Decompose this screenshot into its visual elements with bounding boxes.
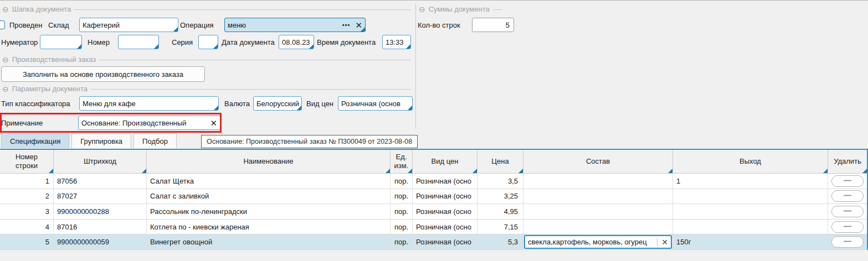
- minus-icon: —: [844, 176, 851, 185]
- group-params-title: Параметры документа: [12, 85, 88, 93]
- cell-price: 4,95: [477, 204, 523, 219]
- dropdown-corner-icon: [406, 44, 410, 49]
- classifier-type-input[interactable]: Меню для кафе: [79, 96, 219, 111]
- warehouse-label: Склад: [48, 21, 69, 30]
- numerator-label: Нумератор: [1, 38, 38, 47]
- delete-row-button[interactable]: —: [831, 221, 864, 233]
- column-header-price-type[interactable]: Вид цен: [413, 150, 477, 173]
- cell-unit: пор.: [391, 220, 413, 234]
- cell-unit: пор.: [391, 189, 413, 204]
- cell-unit: пор.: [391, 234, 413, 249]
- doc-time-label: Время документа: [317, 38, 376, 47]
- line-count-input[interactable]: 5: [472, 18, 514, 32]
- table-row[interactable]: 3 9900000000288 Рассольник по-ленинградс…: [0, 204, 867, 220]
- header-corner-icon: [408, 169, 412, 173]
- note-input[interactable]: Основание: Производственный ✕: [78, 116, 220, 130]
- delete-row-button[interactable]: —: [831, 175, 864, 187]
- cell-output[interactable]: 150г: [673, 234, 828, 249]
- document-form: ⊖ Шапка документа Проведен Склад Кафетер…: [0, 0, 868, 261]
- cell-delete: —: [828, 220, 867, 234]
- cell-composition[interactable]: [523, 189, 673, 204]
- currency-input[interactable]: Белорусский: [253, 96, 302, 111]
- column-header-output[interactable]: Выход: [673, 150, 828, 173]
- header-corner-icon: [518, 169, 523, 173]
- cell-output[interactable]: [673, 220, 828, 234]
- cell-delete: —: [828, 234, 867, 249]
- group-production-title: Производственный заказ: [12, 55, 96, 64]
- warehouse-input[interactable]: Кафетерий: [79, 18, 178, 32]
- panel-divider: [415, 3, 416, 129]
- line-count-value: 5: [506, 21, 510, 29]
- legend-divider: [99, 60, 411, 60]
- collapse-icon[interactable]: ⊖: [2, 6, 9, 13]
- tab-specification[interactable]: Спецификация: [1, 133, 69, 148]
- header-corner-icon: [386, 169, 390, 173]
- tab-grouping[interactable]: Группировка: [71, 133, 131, 148]
- column-header-unit[interactable]: Ед. изм.: [391, 150, 413, 173]
- cell-row-number: 5: [0, 234, 54, 249]
- cell-price: 3,25: [477, 189, 523, 204]
- column-header-row-number[interactable]: Номер строки: [0, 150, 54, 173]
- header-corner-icon: [142, 169, 146, 173]
- column-header-composition[interactable]: Состав: [523, 150, 673, 173]
- cell-output[interactable]: [673, 189, 828, 204]
- composition-input[interactable]: свекла,картофель, морковь, огурец ✕: [524, 235, 672, 249]
- doc-date-input[interactable]: 08.08.23: [279, 35, 314, 49]
- collapse-icon[interactable]: ⊖: [2, 56, 9, 64]
- price-kind-input[interactable]: Розничная (основ: [338, 96, 413, 111]
- cell-composition[interactable]: [523, 204, 673, 219]
- number-input[interactable]: [118, 35, 159, 49]
- legend-divider: [91, 89, 411, 90]
- cell-output[interactable]: 1: [673, 174, 828, 189]
- clear-icon[interactable]: ✕: [210, 119, 217, 127]
- fill-from-production-order-button[interactable]: Заполнить на основе производственного за…: [1, 66, 205, 82]
- cell-barcode: 87056: [54, 174, 147, 189]
- tab-label: Спецификация: [10, 137, 60, 145]
- group-header-legend: ⊖ Шапка документа: [2, 5, 411, 13]
- delete-row-button[interactable]: —: [831, 236, 864, 248]
- series-input[interactable]: [198, 35, 218, 49]
- minus-icon: —: [844, 191, 851, 200]
- cell-unit: пор.: [391, 174, 413, 189]
- classifier-type-value: Меню для кафе: [83, 100, 136, 108]
- dropdown-corner-icon: [213, 44, 218, 49]
- tooltip-text: Основание: Производственный заказ № П300…: [207, 138, 412, 145]
- column-header-name[interactable]: Наименование: [147, 150, 391, 173]
- column-header-barcode[interactable]: Штрихкод: [54, 150, 147, 173]
- collapse-icon[interactable]: ⊖: [2, 85, 9, 93]
- numerator-input[interactable]: [40, 35, 82, 49]
- dropdown-corner-icon: [154, 44, 158, 49]
- cell-composition[interactable]: [523, 220, 673, 234]
- note-label: Примечание: [1, 119, 43, 128]
- delete-row-button[interactable]: —: [831, 206, 864, 217]
- minus-icon: —: [844, 237, 851, 246]
- dropdown-corner-icon: [173, 27, 178, 32]
- group-params-legend: ⊖ Параметры документа: [2, 85, 411, 93]
- clear-icon[interactable]: ✕: [657, 238, 668, 247]
- table-row[interactable]: 2 87027 Салат с заливкой пор. Розничная …: [0, 189, 867, 205]
- doc-time-input[interactable]: 13:33: [382, 35, 411, 49]
- table-row[interactable]: 1 87056 Салат Щетка пор. Розничная (осно…: [0, 174, 867, 189]
- ellipsis-icon[interactable]: •••: [342, 22, 351, 28]
- cell-composition[interactable]: [523, 174, 673, 189]
- tab-selection[interactable]: Подбор: [133, 133, 177, 148]
- header-corner-icon: [472, 169, 477, 173]
- table-row-selected[interactable]: 5 9900000000059 Винегрет овощной пор. Ро…: [0, 234, 867, 250]
- cell-price-type: Розничная (осно: [413, 220, 477, 234]
- tab-bar: Спецификация Группировка Подбор: [1, 133, 177, 148]
- legend-divider: [74, 9, 411, 10]
- cell-price: 3,5: [477, 174, 523, 189]
- column-header-price[interactable]: Цена: [477, 150, 523, 173]
- currency-value: Белорусский: [256, 100, 299, 108]
- delete-row-button[interactable]: —: [831, 190, 864, 202]
- cell-price-type: Розничная (осно: [413, 204, 477, 219]
- header-corner-icon: [862, 169, 867, 173]
- posted-checkbox[interactable]: [0, 20, 5, 29]
- operation-input[interactable]: меню ••• ✕: [224, 18, 366, 32]
- table-row[interactable]: 4 87016 Котлета по - киевски жареная пор…: [0, 220, 867, 235]
- minus-icon: —: [844, 206, 851, 215]
- cell-output[interactable]: [673, 204, 828, 219]
- header-corner-icon: [823, 169, 828, 173]
- collapse-icon[interactable]: ⊖: [419, 6, 425, 13]
- column-header-delete[interactable]: Удалить: [828, 150, 867, 173]
